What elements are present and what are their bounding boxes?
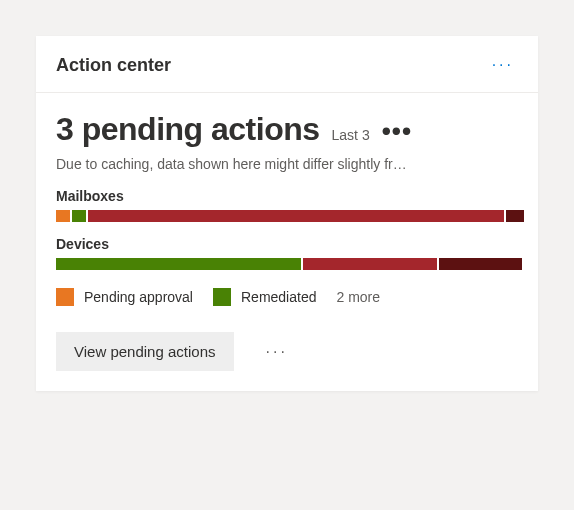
actions-more-icon[interactable]: ···: [262, 339, 292, 365]
ellipsis-icon: •••: [382, 124, 412, 138]
legend-swatch-pending: [56, 288, 74, 306]
legend: Pending approval Remediated 2 more: [56, 288, 518, 306]
card-header: Action center ···: [36, 36, 538, 93]
legend-more[interactable]: 2 more: [336, 289, 380, 305]
seg-remediated: [56, 258, 301, 270]
seg-failed: [88, 210, 504, 222]
legend-label-pending: Pending approval: [84, 289, 193, 305]
stacked-bar-devices: [56, 258, 518, 270]
seg-remediated: [72, 210, 86, 222]
seg-other: [439, 258, 522, 270]
chart-devices: Devices: [56, 236, 518, 270]
card-title: Action center: [56, 55, 171, 76]
chart-label-mailboxes: Mailboxes: [56, 188, 518, 204]
timeframe-label: Last 3: [332, 127, 370, 143]
action-center-card: Action center ··· 3 pending actions Last…: [36, 36, 538, 391]
view-pending-actions-button[interactable]: View pending actions: [56, 332, 234, 371]
seg-failed: [303, 258, 437, 270]
chart-label-devices: Devices: [56, 236, 518, 252]
pending-count-heading: 3 pending actions: [56, 111, 320, 148]
legend-swatch-remediated: [213, 288, 231, 306]
caching-description: Due to caching, data shown here might di…: [56, 156, 518, 172]
legend-label-remediated: Remediated: [241, 289, 317, 305]
heading-row: 3 pending actions Last 3 •••: [56, 111, 518, 148]
actions-row: View pending actions ···: [56, 332, 518, 371]
stacked-bar-mailboxes: [56, 210, 518, 222]
chart-mailboxes: Mailboxes: [56, 188, 518, 222]
seg-other: [506, 210, 524, 222]
card-body: 3 pending actions Last 3 ••• Due to cach…: [36, 93, 538, 391]
seg-pending-approval: [56, 210, 70, 222]
card-more-icon[interactable]: ···: [488, 52, 518, 78]
